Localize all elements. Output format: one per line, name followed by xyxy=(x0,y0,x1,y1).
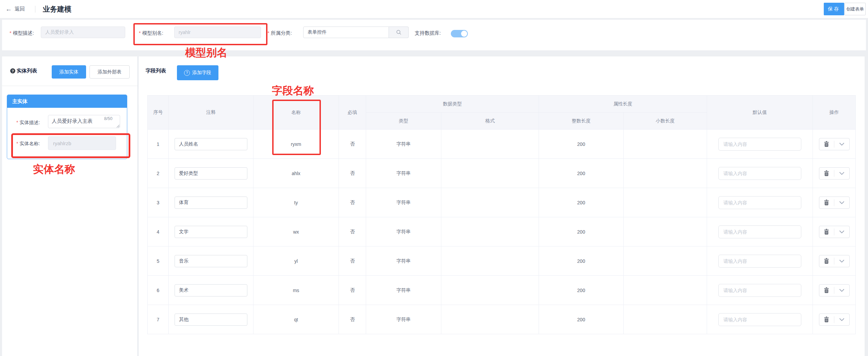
back-button[interactable]: ← 返回 xyxy=(5,0,25,18)
comment-input[interactable] xyxy=(175,197,247,209)
category-search-button[interactable] xyxy=(389,27,409,38)
back-label: 返回 xyxy=(15,6,25,12)
field-name-cell: ahlx xyxy=(253,159,339,188)
row-more-button[interactable] xyxy=(834,197,849,208)
row-index: 2 xyxy=(148,159,169,188)
delete-row-button[interactable] xyxy=(819,138,834,150)
comment-cell xyxy=(169,217,253,247)
delete-row-button[interactable] xyxy=(819,197,834,208)
chevron-down-icon xyxy=(839,142,845,146)
table-row: 1 ryxm 否 字符串 200 xyxy=(148,130,856,159)
category-input[interactable] xyxy=(303,27,389,38)
required-mark: * xyxy=(10,30,12,36)
col-required: 必填 xyxy=(339,96,366,130)
type-cell: 字符串 xyxy=(366,276,441,305)
category-label: *所属分类: xyxy=(267,30,292,36)
delete-row-button[interactable] xyxy=(819,255,834,267)
default-value-input[interactable] xyxy=(718,167,801,180)
db-support-toggle[interactable] xyxy=(451,30,468,37)
comment-cell xyxy=(169,276,253,305)
search-icon xyxy=(396,29,402,35)
model-desc-input[interactable] xyxy=(41,27,125,38)
row-more-button[interactable] xyxy=(834,168,849,179)
table-row: 7 qt 否 字符串 200 xyxy=(148,305,856,334)
row-more-button[interactable] xyxy=(834,314,849,325)
comment-input[interactable] xyxy=(175,167,247,180)
comment-cell xyxy=(169,188,253,217)
field-name-cell: qt xyxy=(253,305,339,334)
default-cell xyxy=(707,305,813,334)
row-more-button[interactable] xyxy=(834,285,849,296)
action-cell xyxy=(813,217,856,247)
default-cell xyxy=(707,276,813,305)
format-cell xyxy=(441,276,539,305)
delete-row-button[interactable] xyxy=(819,314,834,325)
entity-name-input[interactable] xyxy=(48,136,116,150)
col-attr-length: 属性长度 xyxy=(539,96,707,113)
row-action-group xyxy=(819,138,850,150)
comment-input[interactable] xyxy=(175,255,247,267)
int-length-cell: 200 xyxy=(539,247,624,276)
comment-input[interactable] xyxy=(175,313,247,326)
default-value-input[interactable] xyxy=(718,255,801,268)
model-alias-input[interactable] xyxy=(174,27,261,38)
add-field-button[interactable]: ? 添加字段 xyxy=(177,65,218,80)
int-length-cell: 200 xyxy=(539,130,624,159)
format-cell xyxy=(441,188,539,217)
toggle-knob xyxy=(461,31,467,37)
title-divider xyxy=(35,6,35,13)
default-value-input[interactable] xyxy=(718,313,801,326)
delete-row-button[interactable] xyxy=(819,168,834,179)
int-length-cell: 200 xyxy=(539,217,624,247)
dec-length-cell xyxy=(624,247,707,276)
entity-desc-label: *实体描述: xyxy=(16,120,40,126)
delete-row-button[interactable] xyxy=(819,226,834,238)
row-index: 6 xyxy=(148,276,169,305)
dec-length-cell xyxy=(624,130,707,159)
row-index: 7 xyxy=(148,305,169,334)
entity-card-title: 主实体 xyxy=(7,95,127,108)
help-icon[interactable]: ? xyxy=(10,68,15,73)
comment-cell xyxy=(169,247,253,276)
action-cell xyxy=(813,247,856,276)
add-external-table-button[interactable]: 添加外部表 xyxy=(89,65,130,79)
field-name-cell: wx xyxy=(253,217,339,247)
row-action-group xyxy=(819,284,850,296)
col-format: 格式 xyxy=(441,113,539,130)
row-index: 1 xyxy=(148,130,169,159)
comment-input[interactable] xyxy=(175,284,247,296)
field-table-body: 1 ryxm 否 字符串 200 2 xyxy=(148,130,856,334)
col-data-type: 数据类型 xyxy=(366,96,539,113)
dec-length-cell xyxy=(624,276,707,305)
default-value-input[interactable] xyxy=(718,225,801,238)
create-form-button[interactable]: 创建表单 xyxy=(845,3,866,15)
chevron-down-icon xyxy=(839,318,845,321)
db-support-label: 支持数据库: xyxy=(415,30,441,36)
default-value-input[interactable] xyxy=(718,196,801,209)
business-modeling-page: ← 返回 业务建模 保存 创建表单 *模型描述: *模型别名: *所属分类: 支… xyxy=(0,0,868,356)
add-entity-button[interactable]: 添加实体 xyxy=(52,65,86,79)
table-row: 6 ms 否 字符串 200 xyxy=(148,276,856,305)
row-more-button[interactable] xyxy=(834,226,849,238)
dec-length-cell xyxy=(624,159,707,188)
row-more-button[interactable] xyxy=(834,138,849,150)
comment-input[interactable] xyxy=(175,226,247,238)
col-action: 操作 xyxy=(813,96,856,130)
top-bar: ← 返回 业务建模 保存 创建表单 xyxy=(0,0,868,18)
int-length-cell: 200 xyxy=(539,159,624,188)
row-more-button[interactable] xyxy=(834,255,849,267)
save-button[interactable]: 保存 xyxy=(824,3,844,15)
row-index: 3 xyxy=(148,188,169,217)
resize-handle-icon[interactable] xyxy=(116,124,120,128)
action-cell xyxy=(813,276,856,305)
required-cell: 否 xyxy=(339,130,366,159)
delete-row-button[interactable] xyxy=(819,285,834,296)
comment-input[interactable] xyxy=(175,138,247,150)
default-value-input[interactable] xyxy=(718,284,801,297)
chevron-down-icon xyxy=(839,289,845,292)
page-title: 业务建模 xyxy=(43,0,71,18)
chevron-down-icon xyxy=(839,172,845,175)
default-value-input[interactable] xyxy=(718,138,801,151)
comment-cell xyxy=(169,305,253,334)
type-cell: 字符串 xyxy=(366,247,441,276)
